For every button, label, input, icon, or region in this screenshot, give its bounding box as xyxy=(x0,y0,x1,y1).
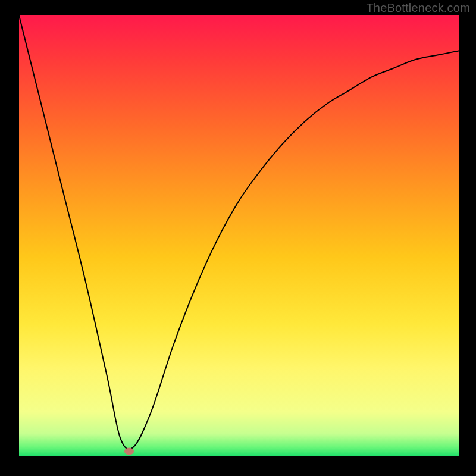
bottleneck-chart xyxy=(0,0,476,476)
chart-frame: TheBottleneck.com xyxy=(0,0,476,476)
min-point-marker xyxy=(124,448,134,455)
plot-background xyxy=(19,15,459,456)
